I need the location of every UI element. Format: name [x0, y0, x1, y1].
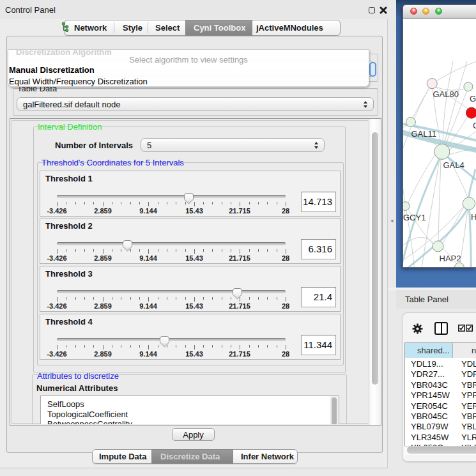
- svg-text:GCY1: GCY1: [403, 213, 426, 222]
- svg-text:G.: G.: [470, 94, 476, 104]
- svg-text:C: C: [473, 121, 476, 130]
- svg-text:GAL11: GAL11: [411, 129, 437, 139]
- svg-text:GAL4: GAL4: [443, 160, 464, 170]
- svg-text:HAP2: HAP2: [440, 254, 461, 263]
- svg-text:GAL80: GAL80: [433, 89, 459, 99]
- svg-text:H: H: [471, 212, 476, 222]
